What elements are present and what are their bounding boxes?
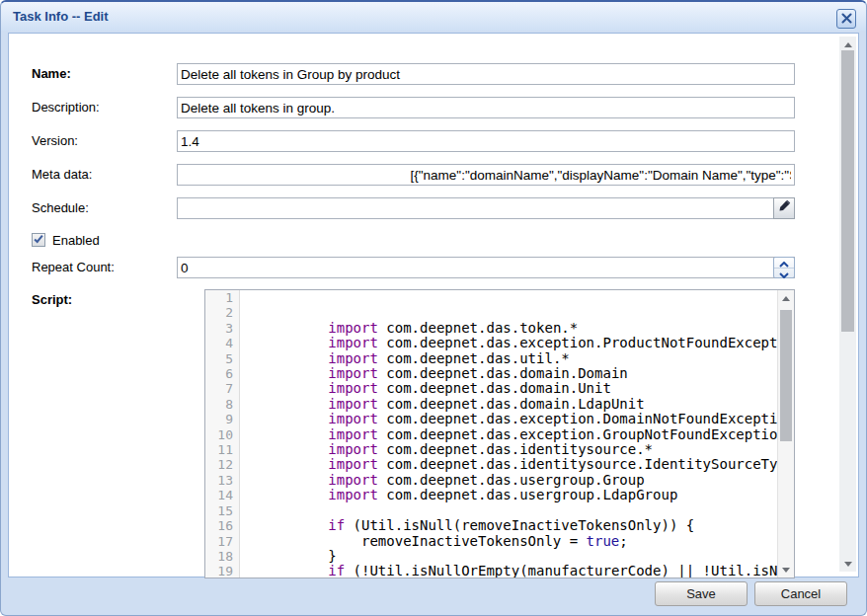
meta-data-input[interactable]: [177, 164, 795, 186]
dialog-scrollbar[interactable]: [839, 37, 856, 572]
row-schedule: Schedule:: [9, 197, 858, 221]
row-description: Description:: [9, 97, 858, 120]
name-input[interactable]: [177, 63, 795, 85]
task-info-edit-dialog: Task Info -- Edit Name: Description: Ver…: [0, 0, 867, 616]
scroll-down-icon[interactable]: [778, 562, 794, 578]
cancel-button[interactable]: Cancel: [754, 581, 847, 606]
description-input[interactable]: [177, 97, 795, 118]
name-label: Name:: [32, 66, 71, 81]
spinner-down-button[interactable]: [774, 268, 794, 278]
script-scrollbar-thumb[interactable]: [780, 310, 792, 441]
row-version: Version:: [9, 130, 858, 154]
version-label: Version:: [32, 133, 78, 148]
check-icon: [33, 231, 44, 249]
script-gutter: 12345678910111213141516171819: [205, 290, 240, 578]
script-editor[interactable]: 12345678910111213141516171819 import com…: [204, 289, 795, 578]
row-name: Name:: [9, 63, 858, 87]
close-button[interactable]: [836, 9, 856, 29]
dialog-title: Task Info -- Edit: [13, 9, 109, 24]
schedule-edit-button[interactable]: [773, 197, 795, 219]
enabled-checkbox[interactable]: [32, 233, 45, 247]
script-scrollbar[interactable]: [777, 290, 794, 578]
schedule-input[interactable]: [177, 197, 795, 219]
version-input[interactable]: [177, 130, 795, 152]
repeat-count-label: Repeat Count:: [32, 260, 115, 274]
script-label: Script:: [32, 292, 72, 307]
form-panel: Name: Description: Version: Meta data: S…: [8, 33, 859, 578]
scroll-up-icon[interactable]: [778, 290, 794, 306]
enabled-label: Enabled: [52, 233, 100, 248]
description-label: Description:: [32, 100, 100, 115]
row-repeat-count: Repeat Count:: [9, 257, 858, 280]
close-icon: [841, 10, 852, 28]
dialog-scrollbar-thumb[interactable]: [841, 50, 854, 332]
script-code-lines[interactable]: import com.deepnet.das.token.* import co…: [241, 290, 777, 578]
row-enabled: Enabled: [9, 233, 858, 257]
repeat-count-spinner: [773, 257, 795, 278]
meta-data-label: Meta data:: [32, 167, 92, 182]
schedule-label: Schedule:: [32, 200, 89, 215]
save-button[interactable]: Save: [655, 581, 748, 606]
dialog-scroll-down-icon[interactable]: [839, 556, 856, 572]
pencil-icon: [777, 199, 791, 217]
dialog-titlebar[interactable]: Task Info -- Edit: [1, 2, 866, 31]
repeat-count-input[interactable]: [177, 257, 795, 278]
chevron-down-icon: [779, 265, 789, 282]
row-meta-data: Meta data:: [9, 164, 858, 188]
